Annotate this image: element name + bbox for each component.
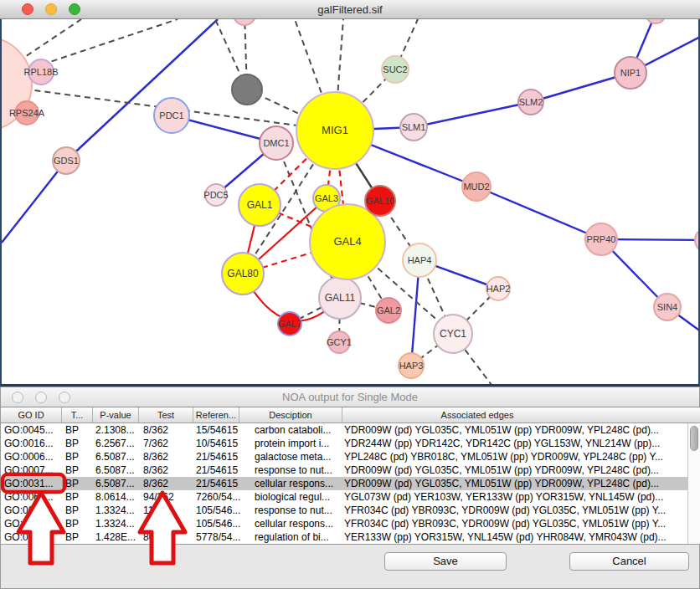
- node-label: GAL7: [278, 319, 301, 329]
- table-cell: BP: [65, 464, 93, 477]
- graph-window-titlebar[interactable]: galFiltered.sif: [0, 0, 700, 19]
- node-label: GAL11: [325, 292, 356, 304]
- table-cell: BP: [65, 490, 93, 504]
- node-label: GAL2: [377, 305, 400, 315]
- network-node-topright[interactable]: [646, 19, 666, 23]
- table-row[interactable]: GO:0050...BP1.428E...80/3625778/54...reg…: [1, 530, 687, 544]
- table-border: [1, 544, 700, 545]
- table-cell: 11/362: [143, 504, 194, 517]
- table-cell: BP: [65, 517, 93, 530]
- table-cell: carbon cataboli...: [255, 423, 341, 437]
- column-header[interactable]: Referen...: [193, 407, 239, 423]
- node-label: GAL80: [227, 268, 259, 279]
- node-label: CYC1: [440, 328, 466, 340]
- node-label: RPS24A: [9, 108, 45, 118]
- table-row[interactable]: GO:0016...BP6.2567...7/36210/54615protei…: [1, 437, 687, 450]
- table-cell: 6.5087...: [95, 450, 142, 464]
- table-row[interactable]: GO:0006...BP6.5087...8/36221/54615galact…: [1, 450, 687, 464]
- column-header[interactable]: Test: [139, 407, 193, 423]
- node-label: MUD2: [463, 182, 489, 192]
- table-cell: YFR034C (pd) YBR093C, YDR009W (pd) YGL03…: [344, 504, 686, 517]
- node-label: HAP4: [408, 255, 432, 265]
- scrollbar-thumb[interactable]: [690, 426, 698, 451]
- table-cell: 105/546...: [196, 504, 253, 517]
- table-row[interactable]: GO:0031...BP1.3324...11/362105/546...cel…: [1, 517, 687, 530]
- network-edge[interactable]: [476, 187, 601, 239]
- table-cell: BP: [65, 477, 93, 490]
- table-cell: GO:0006...: [4, 450, 63, 464]
- table-cell: 94/362: [143, 490, 194, 504]
- node-label: SLM1: [402, 122, 426, 132]
- table-cell: biological regul...: [255, 490, 341, 504]
- network-svg[interactable]: RPL18BRPS24AGDS1PDC1MIG1DMC1SUC2SLM1SLM2…: [2, 19, 698, 384]
- column-header[interactable]: Associated edges: [342, 407, 687, 423]
- network-node-topmid[interactable]: [234, 19, 255, 25]
- vertical-scrollbar[interactable]: [687, 423, 700, 545]
- table-cell: GO:0045...: [4, 423, 63, 437]
- cancel-button[interactable]: Cancel: [569, 552, 689, 571]
- node-label: GAL4: [333, 235, 361, 248]
- column-header[interactable]: T...: [62, 407, 93, 423]
- table-cell: BP: [65, 423, 93, 437]
- table-cell: galactose meta...: [255, 450, 341, 464]
- table-row[interactable]: GO:0045...BP2.1308...8/36215/54615carbon…: [1, 423, 687, 437]
- network-canvas[interactable]: RPL18BRPS24AGDS1PDC1MIG1DMC1SUC2SLM1SLM2…: [0, 19, 700, 387]
- node-label: GAL1: [247, 199, 273, 211]
- table-cell: GO:0031...: [4, 477, 63, 490]
- noa-window-titlebar[interactable]: NOA output for Single Mode: [1, 387, 699, 407]
- table-cell: 2.1308...: [95, 423, 142, 437]
- column-header[interactable]: GO ID: [1, 407, 62, 423]
- save-button[interactable]: Save: [384, 552, 507, 571]
- column-header[interactable]: Desciption: [239, 407, 342, 423]
- table-cell: GO:0050...: [4, 530, 63, 544]
- node-label: PRP40: [587, 234, 616, 244]
- column-header[interactable]: P-value: [93, 407, 139, 423]
- table-row[interactable]: GO:0007...BP6.5087...8/36221/54615respon…: [1, 464, 687, 477]
- table-cell: 11/362: [143, 517, 194, 530]
- network-edge[interactable]: [2, 161, 66, 243]
- table-cell: 8.0614...: [95, 490, 142, 504]
- table-row[interactable]: GO:0031...BP1.3324...11/362105/546...res…: [1, 504, 687, 517]
- table-cell: 1.3324...: [95, 504, 142, 517]
- table-cell: 1.428E...: [95, 530, 142, 544]
- network-edge[interactable]: [66, 19, 218, 161]
- table-cell: cellular respons...: [255, 477, 341, 490]
- table-cell: 8/362: [143, 464, 194, 477]
- table-cell: 7/362: [143, 437, 194, 450]
- table-cell: 80/362: [143, 530, 194, 544]
- network-node-msi[interactable]: [695, 228, 698, 253]
- node-label: PDC1: [159, 110, 183, 120]
- table-cell: BP: [65, 437, 93, 450]
- table-cell: 105/546...: [196, 517, 253, 530]
- table-cell: BP: [65, 450, 93, 464]
- table-cell: 8/362: [143, 477, 194, 490]
- table-cell: 21/54615: [196, 477, 253, 490]
- node-label: SIN4: [657, 302, 677, 312]
- table-body: GO:0045...BP2.1308...8/36215/54615carbon…: [1, 423, 687, 544]
- table-cell: BP: [65, 530, 93, 544]
- node-label: GCY1: [327, 337, 352, 347]
- table-cell: 21/54615: [196, 450, 253, 464]
- table-row[interactable]: GO:0065...BP8.0614...94/3627260/54...bio…: [1, 490, 687, 504]
- table-cell: GO:0007...: [4, 464, 63, 477]
- table-cell: GO:0031...: [4, 504, 63, 517]
- table-row[interactable]: GO:0031...BP6.5087...8/36221/54615cellul…: [1, 477, 687, 490]
- table-cell: YPL248C (pd) YBR018C, YML051W (pp) YDR00…: [344, 450, 686, 464]
- node-label: MIG1: [322, 124, 348, 136]
- network-edge[interactable]: [414, 102, 531, 127]
- node-label: GAL3: [315, 193, 338, 203]
- node-label: GAL10: [366, 196, 394, 206]
- table-cell: cellular respons...: [255, 517, 341, 530]
- table-cell: YDR244W (pp) YDR142C, YDR142C (pp) YGL15…: [344, 437, 686, 450]
- table-cell: YFR034C (pd) YBR093C, YDR009W (pd) YGL03…: [344, 517, 686, 530]
- node-label: SLM2: [519, 97, 543, 107]
- network-node-gray1[interactable]: [232, 74, 262, 105]
- table-cell: 6.5087...: [95, 464, 142, 477]
- node-label: SUC2: [383, 64, 407, 74]
- noa-window-title: NOA output for Single Mode: [1, 387, 699, 407]
- table-cell: 21/54615: [196, 464, 253, 477]
- table-cell: YDR009W (pd) YGL035C, YML051W (pp) YDR00…: [344, 477, 686, 490]
- node-label: RPL18B: [24, 67, 59, 77]
- screen: galFiltered.sif RPL18BRPS24AGDS1PDC1MIG1…: [0, 0, 700, 589]
- table-cell: 1.3324...: [95, 517, 142, 530]
